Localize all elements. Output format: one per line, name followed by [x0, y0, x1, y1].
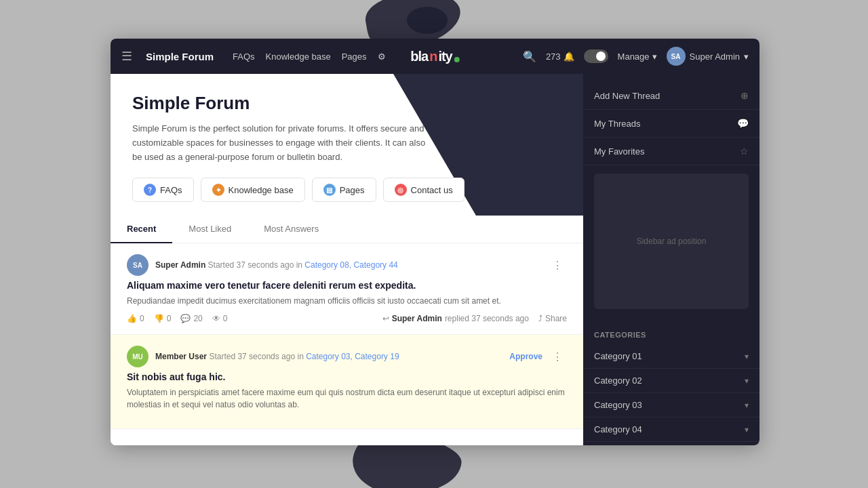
tab-most-answers[interactable]: Most Answers: [248, 216, 335, 243]
thread-meta: Super Admin Started 37 seconds ago in Ca…: [155, 260, 398, 270]
pill-pages-label: Pages: [340, 185, 365, 195]
brand-logo: blanity: [410, 49, 459, 64]
comment-icon: 💬: [180, 314, 191, 323]
thread-more-button[interactable]: ⋮: [548, 349, 567, 365]
avatar: SA: [127, 254, 149, 276]
thread-user-info: MU Member User Started 37 seconds ago in…: [127, 346, 399, 367]
share-button[interactable]: ⤴ Share: [538, 314, 567, 323]
search-icon[interactable]: 🔍: [523, 50, 536, 63]
category-label: Category 03: [594, 400, 642, 410]
table-row: MU Member User Started 37 seconds ago in…: [111, 335, 583, 429]
manage-dropdown[interactable]: Manage ▾: [618, 52, 657, 62]
thread-category: Category 03, Category 19: [306, 352, 399, 361]
main-layout: Simple Forum Simple Forum is the perfect…: [111, 74, 760, 445]
thumbs-up-icon: 👍: [127, 314, 137, 323]
thread-title: Sit nobis aut fuga hic.: [127, 371, 567, 382]
nav-link-settings[interactable]: ⚙: [378, 52, 386, 62]
logo-text-ity: ity: [438, 49, 452, 64]
logo-dot: [454, 57, 460, 62]
tab-recent[interactable]: Recent: [111, 216, 172, 243]
sidebar-ad: Sidebar ad position: [594, 174, 749, 309]
pill-contact[interactable]: ◎ Contact us: [383, 178, 465, 202]
user-menu[interactable]: SA Super Admin ▾: [667, 47, 749, 66]
thread-user-info: SA Super Admin Started 37 seconds ago in…: [127, 254, 398, 276]
thread-list: SA Super Admin Started 37 seconds ago in…: [111, 243, 583, 440]
star-icon: ☆: [740, 146, 749, 157]
hero-section: Simple Forum Simple Forum is the perfect…: [111, 74, 583, 216]
nav-link-pages[interactable]: Pages: [342, 52, 367, 62]
table-row: SA Super Admin Started 37 seconds ago in…: [111, 243, 583, 335]
kb-icon: ✦: [212, 184, 224, 196]
nav-right: 🔍 273 🔔 Manage ▾ SA Super Admin ▾: [523, 47, 749, 66]
view-count: 0: [223, 314, 228, 323]
theme-toggle[interactable]: [584, 49, 608, 63]
sidebar-item-my-favorites[interactable]: My Favorites ☆: [583, 138, 760, 165]
dislike-button[interactable]: 👎 0: [154, 314, 172, 323]
content-area: Simple Forum Simple Forum is the perfect…: [111, 74, 583, 445]
category-label: Category 02: [594, 375, 642, 386]
sidebar-categories: Categories Category 01 ▾ Category 02 ▾ C…: [583, 317, 760, 445]
comment-button[interactable]: 💬 20: [180, 314, 202, 323]
sidebar-item-add-thread[interactable]: Add New Thread ⊕: [583, 82, 760, 110]
thread-title: Aliquam maxime vero tenetur facere delen…: [127, 280, 567, 291]
thread-category: Category 08, Category 44: [304, 260, 397, 270]
share-label: Share: [545, 314, 567, 323]
contact-icon: ◎: [395, 184, 407, 196]
sidebar-category-02[interactable]: Category 02 ▾: [583, 369, 760, 393]
category-label: Category 04: [594, 424, 642, 434]
view-button[interactable]: 👁 0: [212, 314, 228, 323]
sidebar-item-label: My Threads: [594, 119, 640, 129]
eye-icon: 👁: [212, 314, 220, 323]
thread-reply-info: ↩ Super Admin replied 37 seconds ago: [382, 314, 529, 323]
bell-icon: 🔔: [564, 52, 574, 62]
sidebar-item-my-threads[interactable]: My Threads 💬: [583, 110, 760, 138]
chevron-down-icon: ▾: [745, 376, 749, 386]
logo-text-bla: bla: [410, 49, 428, 64]
hamburger-icon[interactable]: ☰: [121, 49, 132, 64]
chevron-down-icon: ▾: [745, 352, 749, 361]
sidebar-item-label: Add New Thread: [594, 91, 660, 101]
chevron-down-icon: ▾: [745, 401, 749, 410]
like-count: 0: [140, 314, 144, 323]
hero-title: Simple Forum: [132, 93, 561, 114]
thread-started: Started 37 seconds ago in: [208, 260, 305, 270]
sidebar-ad-text: Sidebar ad position: [637, 237, 707, 246]
avatar: SA: [667, 47, 686, 66]
thread-excerpt: Voluptatem in perspiciatis amet facere m…: [127, 386, 567, 411]
top-nav: ☰ Simple Forum FAQs Knowledge base Pages…: [111, 39, 760, 74]
manage-label: Manage: [618, 52, 650, 62]
pill-faqs[interactable]: ? FAQs: [132, 178, 194, 202]
thread-username: Member User: [155, 352, 207, 361]
thread-more-button[interactable]: ⋮: [548, 258, 567, 273]
nav-link-faqs[interactable]: FAQs: [233, 52, 255, 62]
sidebar-category-04[interactable]: Category 04 ▾: [583, 418, 760, 442]
notification-badge[interactable]: 273 🔔: [546, 52, 574, 62]
reply-username: Super Admin: [392, 314, 442, 323]
tabs-bar: Recent Most Liked Most Answers: [111, 216, 583, 243]
pill-faqs-label: FAQs: [160, 185, 182, 195]
dislike-count: 0: [167, 314, 172, 323]
reply-time: replied 37 seconds ago: [445, 314, 529, 323]
pill-kb-label: Knowledge base: [229, 185, 294, 195]
notification-count: 273: [546, 52, 561, 62]
nav-links: FAQs Knowledge base Pages ⚙: [233, 52, 386, 62]
user-chevron: ▾: [744, 52, 749, 62]
pill-kb[interactable]: ✦ Knowledge base: [201, 178, 305, 202]
chevron-down-icon: ▾: [745, 425, 749, 434]
thread-header: SA Super Admin Started 37 seconds ago in…: [127, 254, 567, 276]
thread-started: Started 37 seconds ago in: [209, 352, 306, 361]
pill-pages[interactable]: ▤ Pages: [312, 178, 376, 202]
sidebar-category-03[interactable]: Category 03 ▾: [583, 393, 760, 418]
approve-button[interactable]: Approve: [509, 352, 542, 361]
tab-most-liked[interactable]: Most Liked: [172, 216, 248, 243]
thread-meta: Member User Started 37 seconds ago in Ca…: [155, 352, 399, 361]
thread-header: MU Member User Started 37 seconds ago in…: [127, 346, 567, 367]
thread-username: Super Admin: [155, 260, 205, 270]
hero-nav-pills: ? FAQs ✦ Knowledge base ▤ Pages ◎ Contac…: [132, 178, 561, 202]
thumbs-down-icon: 👎: [154, 314, 164, 323]
category-label: Category 01: [594, 351, 642, 361]
nav-link-kb[interactable]: Knowledge base: [266, 52, 331, 62]
share-icon: ⤴: [538, 314, 542, 323]
like-button[interactable]: 👍 0: [127, 314, 144, 323]
sidebar-category-01[interactable]: Category 01 ▾: [583, 344, 760, 369]
